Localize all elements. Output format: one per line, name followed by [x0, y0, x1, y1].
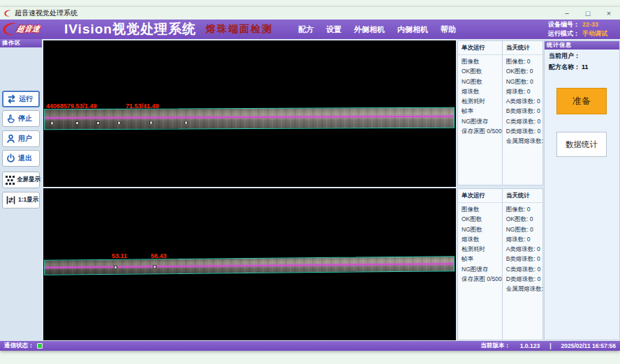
maximize-button[interactable]: □ [583, 8, 593, 19]
fullscreen-button[interactable]: 全屏显示 [2, 172, 40, 188]
recipe-name-label: 配方名称： [549, 63, 580, 72]
stat-row: 图像数 [458, 204, 502, 214]
app-title: IVision视觉处理系统 [64, 20, 196, 38]
brand-logo: 超音速 [1, 20, 63, 38]
defect-marker [149, 121, 153, 125]
defect-marker [114, 266, 117, 269]
app-subtitle: 熔珠端面检测 [206, 23, 273, 36]
run-icon [6, 94, 17, 104]
stat-row: NG图数 [458, 225, 502, 234]
measurement-annotation: 53.11 [112, 252, 127, 259]
stat-row: 熔珠数 [458, 234, 502, 244]
stats-panel-inner: 单次运行 图像数OK图数NG图数熔珠数检测耗时帧率NG图缓存保存原图 0/500… [457, 188, 543, 340]
stat-row: NG图数 [458, 77, 502, 86]
defect-marker [153, 265, 156, 268]
stop-button-label: 停止 [18, 114, 32, 123]
daily-stats-column: 当天统计 图像数: 0OK图数: 0NG图数: 0熔珠数: 0A类熔珠数: 0B… [502, 41, 548, 185]
statusbar: 通信状态： 当前版本： 1.0.123 | 2025/02/11 16:57:5… [0, 341, 620, 351]
run-button-label: 运行 [19, 94, 33, 104]
menu-item[interactable]: 外侧相机 [354, 24, 385, 35]
minimize-button[interactable]: − [562, 8, 572, 19]
one-to-one-button[interactable]: 1:1显示 [2, 192, 40, 208]
main-menu: 配方设置外侧相机内侧相机帮助 [298, 24, 456, 35]
stat-row: 检测耗时 [458, 96, 502, 106]
comm-status-led [37, 343, 43, 349]
device-number-label: 设备编号： [548, 20, 580, 29]
stat-row: A类熔珠数: 0 [503, 244, 548, 254]
stat-row: 检测耗时 [458, 244, 502, 254]
daily-stats-title: 当天统计 [503, 190, 548, 203]
weld-bead-image-strip [44, 107, 455, 130]
daily-stats-title: 当天统计 [503, 43, 548, 55]
recipe-name-value: 11 [582, 63, 589, 72]
user-button[interactable]: 用户 [2, 130, 40, 147]
stat-row: C类熔珠数: 0 [503, 116, 548, 126]
fullscreen-button-label: 全屏显示 [17, 176, 40, 184]
stop-button[interactable]: 停止 [2, 110, 40, 127]
titlebar: 超音速视觉处理系统 − □ × [0, 7, 620, 20]
sidebar-title: 操作区 [0, 39, 42, 47]
version-value: 1.0.123 [520, 342, 540, 349]
stat-row: 熔珠数 [458, 86, 502, 96]
device-number-value: 22-33 [582, 20, 614, 29]
stat-row: OK图数: 0 [503, 214, 548, 224]
weld-bead-image-strip [44, 256, 455, 275]
sidebar: 操作区 运行 停止 用户 退出 [0, 39, 42, 341]
stat-row: NG图数: 0 [503, 225, 548, 234]
stat-row: OK图数: 0 [503, 66, 548, 76]
single-run-list: 图像数OK图数NG图数熔珠数检测耗时帧率NG图缓存保存原图 0/500 [458, 204, 502, 284]
stat-row: D类熔珠数: 0 [503, 126, 548, 136]
window-title: 超音速视觉处理系统 [15, 8, 78, 18]
exit-button[interactable]: 退出 [2, 150, 40, 167]
menu-item[interactable]: 配方 [298, 24, 313, 35]
menu-item[interactable]: 内侧相机 [397, 24, 428, 35]
exit-button-label: 退出 [18, 153, 32, 163]
run-button[interactable]: 运行 [2, 91, 40, 107]
stat-row: NG图缓存 [458, 264, 502, 274]
header: 超音速 IVision视觉处理系统 熔珠端面检测 配方设置外侧相机内侧相机帮助 … [0, 20, 620, 39]
stat-row: 图像数: 0 [503, 56, 548, 66]
camera-viewport-outer[interactable]: 44068579.53/1.49 71.53/41.49 [43, 40, 456, 187]
user-icon [6, 134, 16, 144]
defect-marker [50, 121, 54, 125]
defect-marker [184, 121, 188, 124]
app-window: 超音速视觉处理系统 − □ × 超音速 IVision视觉处理系统 熔珠端面检测… [0, 7, 620, 351]
stat-row: C类熔珠数: 0 [503, 264, 548, 274]
stat-row: 图像数: 0 [503, 204, 548, 214]
stat-row: 金属屑熔珠数: 0 [503, 284, 548, 294]
brand-text: 超音速 [16, 24, 40, 34]
stat-row: 帧率 [458, 254, 502, 264]
stat-row: D类熔珠数: 0 [503, 274, 548, 284]
stat-row: OK图数 [458, 66, 502, 76]
user-button-label: 用户 [18, 134, 32, 144]
current-user-label: 当前用户： [549, 52, 580, 61]
info-panel-title: 统计信息 [545, 41, 619, 50]
stat-row: 保存原图 0/500 [458, 126, 502, 136]
daily-stats-list: 图像数: 0OK图数: 0NG图数: 0熔珠数: 0A类熔珠数: 0B类熔珠数:… [503, 56, 548, 146]
close-button[interactable]: × [604, 8, 614, 19]
stat-row: 熔珠数: 0 [503, 86, 548, 96]
daily-stats-list: 图像数: 0OK图数: 0NG图数: 0熔珠数: 0A类熔珠数: 0B类熔珠数:… [503, 204, 548, 294]
stat-row: NG图数: 0 [503, 77, 548, 86]
device-info: 设备编号：22-33 运行模式：手动调试 [548, 20, 614, 38]
stat-row: 帧率 [458, 106, 502, 116]
one-to-one-button-label: 1:1显示 [18, 196, 38, 204]
info-panel: 统计信息 当前用户： 配方名称：11 准备 数据统计 [544, 40, 620, 340]
defect-marker [96, 121, 100, 125]
prepare-button[interactable]: 准备 [556, 88, 607, 114]
single-run-title: 单次运行 [458, 190, 502, 203]
defect-marker [117, 121, 121, 125]
menu-item[interactable]: 设置 [326, 24, 341, 35]
stat-row: B类熔珠数: 0 [503, 254, 548, 264]
menu-item[interactable]: 帮助 [441, 24, 456, 35]
daily-stats-column: 当天统计 图像数: 0OK图数: 0NG图数: 0熔珠数: 0A类熔珠数: 0B… [502, 189, 548, 340]
camera-viewport-inner[interactable]: 53.11 56.43 [43, 188, 456, 340]
version-label: 当前版本： [480, 342, 510, 350]
stat-row: 熔珠数: 0 [503, 234, 548, 244]
single-run-column: 单次运行 图像数OK图数NG图数熔珠数检测耗时帧率NG图缓存保存原图 0/500 [458, 41, 502, 185]
bead-sheen [45, 108, 454, 130]
data-statistics-button[interactable]: 数据统计 [556, 132, 607, 157]
statusbar-separator: | [549, 342, 551, 349]
stat-row: A类熔珠数: 0 [503, 96, 548, 106]
fullscreen-grid-icon [6, 176, 15, 185]
